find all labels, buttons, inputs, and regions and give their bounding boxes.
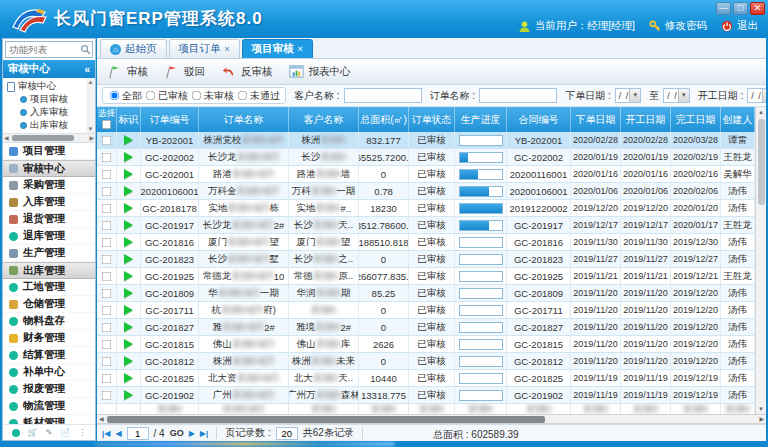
table-row[interactable]: GC-201711杭某国际城市府)某国际0已审核GC-2017112019/11…	[97, 302, 755, 319]
table-row[interactable]: GC-201812株洲某国际城市株洲某国际未来0已审核GC-2018122019…	[97, 353, 755, 370]
tab-item-2[interactable]: 项目审核×	[242, 39, 313, 58]
column-header-8[interactable]: 合同编号	[507, 107, 571, 132]
sidebar-module-7[interactable]: 出库管理	[3, 262, 95, 279]
prev-page-button[interactable]: ◀	[115, 429, 121, 438]
row-checkbox[interactable]	[102, 135, 112, 145]
cart-icon[interactable]: 🛒	[28, 428, 38, 437]
grid-hscroll-thumb[interactable]	[107, 416, 545, 423]
table-row[interactable]: GC-202002长沙龙某国际城市长沙某国际65525.7200..已审核GC-…	[97, 149, 755, 166]
column-header-3[interactable]: 订单名称	[199, 107, 289, 132]
审核-button[interactable]: 审核	[107, 64, 148, 79]
status-radio-3[interactable]: 未通过	[236, 89, 280, 103]
radio-input[interactable]	[146, 91, 156, 101]
table-row[interactable]: GC-201823长沙某国际城市墅长沙某国际之..0已审核GC-20182320…	[97, 251, 755, 268]
close-tab-icon[interactable]: ×	[225, 44, 230, 54]
customer-name-input[interactable]	[344, 88, 422, 103]
table-row[interactable]: GC-201902广州某国际城市广州万某国际森林13318.775已审核GC-2…	[97, 387, 755, 404]
table-row[interactable]: YB-202001株洲党校某国际城市株洲某国际832.177已审核YB-2020…	[97, 132, 755, 149]
row-checkbox[interactable]	[102, 339, 112, 349]
column-header-1[interactable]: 标识	[117, 107, 141, 132]
select-all-checkbox[interactable]	[102, 120, 111, 129]
sidebar-module-8[interactable]: 工地管理	[3, 279, 95, 296]
collapse-panel-button[interactable]: «	[84, 64, 90, 75]
grid-vertical-scrollbar[interactable]: ▲ ▼	[755, 107, 766, 414]
sidebar-module-14[interactable]: 报废管理	[3, 381, 95, 398]
sidebar-module-9[interactable]: 仓储管理	[3, 296, 95, 313]
module-dot-icon[interactable]	[12, 429, 20, 437]
status-radio-0[interactable]: 全部	[108, 89, 142, 103]
column-header-11[interactable]: 完工日期	[671, 107, 721, 132]
row-checkbox[interactable]	[102, 220, 112, 230]
column-header-4[interactable]: 客户名称	[289, 107, 359, 132]
page-number-input[interactable]	[127, 427, 149, 440]
table-row[interactable]: GC-201815佛山某国际城市佛山某国际库2626已审核GC-20181520…	[97, 336, 755, 353]
go-button[interactable]: GO	[170, 428, 184, 438]
sidebar-module-5[interactable]: 退库管理	[3, 228, 95, 245]
sidebar-module-15[interactable]: 物流管理	[3, 398, 95, 415]
column-header-10[interactable]: 开工日期	[621, 107, 671, 132]
column-header-6[interactable]: 订单状态	[409, 107, 455, 132]
table-row[interactable]: 20200106001万科金某国际城市万科某国际一期0.78已审核2020010…	[97, 183, 755, 200]
radio-input[interactable]	[238, 91, 248, 101]
radio-input[interactable]	[192, 91, 202, 101]
table-row[interactable]: GC-201925常德龙某国际城市10常德某国际原..266077.835..已…	[97, 268, 755, 285]
search-icon[interactable]	[80, 44, 92, 55]
反审核-button[interactable]: 反审核	[221, 64, 273, 79]
row-checkbox[interactable]	[102, 373, 112, 383]
row-checkbox[interactable]	[102, 186, 112, 196]
sidebar-module-4[interactable]: 退货管理	[3, 211, 95, 228]
minimize-button[interactable]: —	[716, 2, 731, 15]
row-checkbox[interactable]	[102, 203, 112, 213]
table-row[interactable]: GC-201809华某国际城市一期华润某国际期85.25已审核GC-201809…	[97, 285, 755, 302]
page-size-input[interactable]	[276, 427, 298, 440]
sidebar-module-6[interactable]: 生产管理	[3, 245, 95, 262]
status-radio-2[interactable]: 未审核	[190, 89, 234, 103]
tree-horizontal-scrollbar[interactable]: ◀ ▶	[3, 134, 95, 143]
table-row[interactable]: GC-2018178实地某国际城市栋实地某国际#..18230已审核201912…	[97, 200, 755, 217]
status-radio-1[interactable]: 已审核	[144, 89, 188, 103]
order-name-input[interactable]	[479, 88, 557, 103]
grid-horizontal-scrollbar[interactable]: ◀ ▶	[97, 414, 766, 424]
sidebar-module-12[interactable]: 结算管理	[3, 347, 95, 364]
close-button[interactable]: ✕	[750, 2, 765, 15]
tree-item-0[interactable]: 项目审核	[7, 93, 85, 106]
row-checkbox[interactable]	[102, 356, 112, 366]
tree-item-1[interactable]: 入库审核	[7, 106, 85, 119]
驳回-button[interactable]: 驳回	[164, 64, 205, 79]
leaf-icon[interactable]: ✎	[46, 428, 53, 437]
tree-scroll-thumb[interactable]	[12, 135, 74, 141]
row-checkbox[interactable]	[102, 305, 112, 315]
row-checkbox[interactable]	[102, 237, 112, 247]
next-page-button[interactable]: ▶	[189, 429, 195, 438]
row-checkbox[interactable]	[102, 254, 112, 264]
tree-vertical-scrollbar[interactable]: ▲▼	[86, 78, 95, 133]
sidebar-module-16[interactable]: 耗材管理	[3, 415, 95, 424]
column-header-0[interactable]: 选择	[97, 107, 117, 132]
grid-vscroll-thumb[interactable]	[758, 119, 765, 205]
column-header-7[interactable]: 生产进度	[455, 107, 507, 132]
table-row[interactable]: GC-201825北大资某国际城市北大某国际天..10440已审核GC-2018…	[97, 370, 755, 387]
table-row[interactable]: GC-201827雅某国际城市2#雅境某国际2#0已审核GC-201827201…	[97, 319, 755, 336]
column-header-12[interactable]: 创建人	[721, 107, 755, 132]
sidebar-module-2[interactable]: 采购管理	[3, 177, 95, 194]
logout-button[interactable]: 退出	[721, 19, 758, 33]
table-row[interactable]: GC-201917长沙龙某国际城市2#长沙某国际天..8512.78600..已…	[97, 217, 755, 234]
sidebar-module-13[interactable]: 补单中心	[3, 364, 95, 381]
报表中心-button[interactable]: 报表中心	[289, 64, 351, 79]
order-date-to-picker[interactable]: / /▼	[663, 88, 690, 103]
maximize-button[interactable]: □	[733, 2, 748, 15]
row-checkbox[interactable]	[102, 152, 112, 162]
tab-home[interactable]: ⌂起始页	[100, 39, 167, 58]
sidebar-module-11[interactable]: 财务管理	[3, 330, 95, 347]
column-header-2[interactable]: 订单编号	[141, 107, 199, 132]
table-row[interactable]: GC-202001路港某国际城市路港某国际墙0已审核20200116001202…	[97, 166, 755, 183]
first-page-button[interactable]: |◀	[102, 429, 110, 438]
column-header-9[interactable]: 下单日期	[571, 107, 621, 132]
row-checkbox[interactable]	[102, 288, 112, 298]
start-date-picker[interactable]: / /▼	[747, 88, 766, 103]
table-row[interactable]: GC-201816厦门某国际城市望厦门某国际望188510.818已审核GC-2…	[97, 234, 755, 251]
row-checkbox[interactable]	[102, 169, 112, 179]
sidebar-module-3[interactable]: 入库管理	[3, 194, 95, 211]
close-tab-icon[interactable]: ×	[298, 44, 303, 54]
more-modules-icon[interactable]: ⋮	[78, 428, 86, 437]
